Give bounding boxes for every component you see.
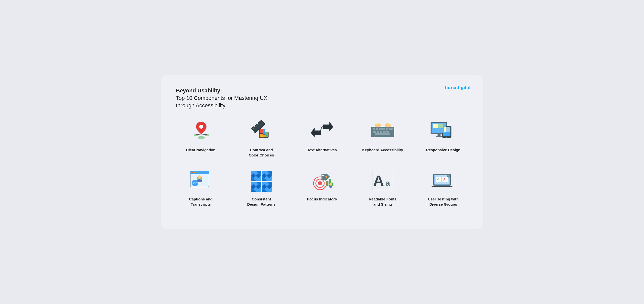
svg-rect-48	[433, 124, 438, 128]
svg-text:CC: CC	[193, 182, 198, 185]
svg-rect-21	[382, 128, 385, 130]
contrast-color-label: Contrast andColor Choices	[249, 147, 274, 158]
svg-rect-31	[375, 124, 376, 127]
svg-rect-22	[386, 128, 388, 130]
svg-marker-51	[446, 127, 450, 132]
captions-transcripts-label: Captions andTranscripts	[189, 196, 212, 207]
svg-rect-91	[326, 181, 328, 186]
svg-point-94	[330, 183, 332, 186]
readable-fonts-icon: A a	[369, 168, 396, 192]
item-captions-transcripts: CC Captions andTranscripts	[176, 168, 226, 207]
svg-rect-32	[376, 124, 378, 127]
svg-rect-42	[438, 134, 440, 136]
svg-rect-28	[386, 131, 389, 133]
svg-marker-49	[438, 124, 443, 128]
svg-text:✓: ✓	[436, 177, 440, 181]
svg-rect-25	[377, 131, 379, 133]
svg-rect-27	[383, 131, 386, 133]
brand-logo: hurixdigital	[445, 85, 470, 90]
responsive-design-icon	[430, 118, 457, 143]
brand-text-blue: digital	[457, 85, 471, 90]
svg-rect-39	[389, 124, 390, 127]
svg-rect-20	[379, 128, 382, 130]
item-contrast-color: Contrast andColor Choices	[236, 118, 286, 158]
user-testing-label: User Testing withDiverse Groups	[428, 196, 459, 207]
header-area: Beyond Usability: Top 10 Components for …	[176, 87, 468, 110]
readable-fonts-label: Readable Fontsand Sizing	[369, 196, 396, 207]
item-keyboard-accessibility: Keyboard Accessibility	[358, 118, 408, 158]
svg-rect-36	[385, 124, 386, 127]
svg-rect-33	[378, 123, 379, 127]
svg-point-56	[196, 172, 198, 173]
svg-rect-18	[373, 128, 375, 130]
svg-rect-15	[263, 129, 265, 134]
svg-line-4	[201, 134, 207, 134]
svg-text:A: A	[373, 172, 384, 189]
svg-point-88	[318, 181, 322, 185]
svg-text:✗: ✗	[443, 177, 446, 181]
row-2: CC Captions andTranscripts	[176, 168, 468, 207]
item-text-alternatives: Text Alternatives	[297, 118, 347, 158]
focus-indicators-label: Focus Indicators	[307, 196, 337, 202]
text-alternatives-label: Text Alternatives	[307, 147, 337, 152]
svg-rect-43	[436, 136, 442, 136]
user-testing-icon: ✓ ✗	[430, 168, 457, 192]
brand-text-black: hurix	[445, 85, 457, 90]
item-user-testing: ✓ ✗ User Testing withDiverse Groups	[418, 168, 468, 207]
keyboard-accessibility-label: Keyboard Accessibility	[362, 147, 403, 152]
responsive-design-label: Responsive Design	[426, 147, 460, 152]
item-consistent-design: ConsistentDesign Patterns	[236, 168, 286, 207]
svg-rect-53	[190, 171, 209, 174]
row-1: Clear Navigation	[176, 118, 468, 158]
svg-point-104	[448, 175, 450, 177]
clear-navigation-icon	[187, 118, 214, 143]
svg-rect-23	[389, 128, 392, 130]
item-clear-navigation: Clear Navigation	[176, 118, 226, 158]
svg-point-54	[192, 172, 193, 173]
page-title-bold: Beyond Usability:	[176, 87, 468, 94]
clear-navigation-label: Clear Navigation	[186, 147, 216, 152]
keyboard-accessibility-icon	[369, 118, 396, 143]
item-responsive-design: Responsive Design	[418, 118, 468, 158]
page-title-normal: Top 10 Components for Mastering UXthroug…	[176, 94, 468, 110]
svg-point-46	[446, 136, 447, 138]
svg-rect-24	[373, 131, 376, 133]
captions-transcripts-icon: CC	[187, 168, 214, 192]
consistent-design-icon	[248, 168, 275, 192]
svg-point-5	[199, 125, 203, 129]
svg-point-95	[329, 186, 332, 188]
item-readable-fonts: A a Readable Fontsand Sizing	[358, 168, 408, 207]
svg-point-0	[198, 136, 205, 139]
svg-point-58	[198, 175, 201, 179]
contrast-color-icon	[248, 118, 275, 143]
consistent-design-label: ConsistentDesign Patterns	[247, 196, 276, 207]
svg-point-89	[322, 174, 324, 176]
svg-point-55	[194, 172, 195, 173]
svg-rect-101	[432, 186, 452, 187]
svg-text:a: a	[386, 178, 390, 188]
svg-rect-29	[375, 133, 390, 135]
text-alternatives-icon	[308, 118, 336, 143]
focus-indicators-icon: $	[308, 168, 336, 192]
svg-rect-26	[380, 131, 382, 133]
svg-rect-34	[380, 124, 381, 127]
item-focus-indicators: $ Focus Indicators	[297, 168, 347, 207]
main-card: hurixdigital Beyond Usability: Top 10 Co…	[161, 75, 483, 229]
svg-rect-19	[376, 128, 378, 130]
svg-rect-38	[388, 124, 389, 127]
svg-rect-37	[386, 123, 388, 127]
svg-text:$: $	[325, 175, 327, 179]
